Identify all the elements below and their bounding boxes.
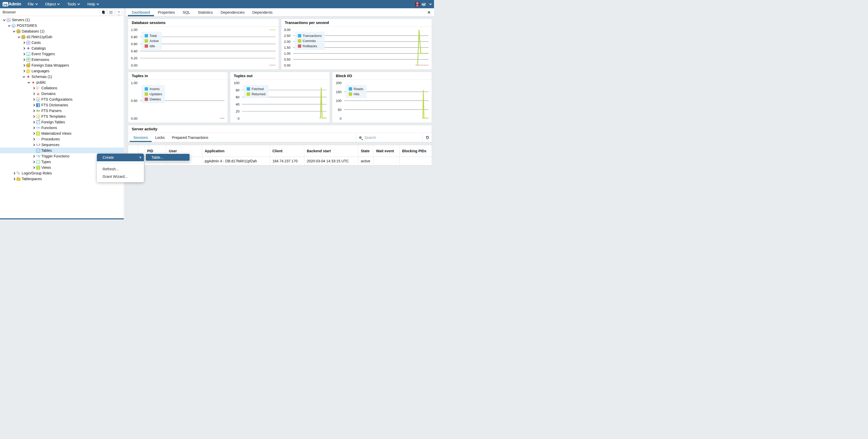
- expand-chevron-icon[interactable]: [32, 132, 36, 135]
- tree-item-collations[interactable]: Collations: [0, 85, 124, 91]
- tree-item-label: public: [36, 80, 46, 85]
- legend-label: Active: [150, 39, 159, 43]
- tree-item-event-triggers[interactable]: Event Triggers: [0, 51, 124, 57]
- expand-chevron-icon[interactable]: [22, 69, 26, 73]
- close-panel-icon[interactable]: ×: [426, 10, 432, 15]
- server-activity-tab-prepared-transactions[interactable]: Prepared Transactions: [168, 133, 212, 142]
- tree-item-databases-1[interactable]: Databases (1): [0, 28, 124, 34]
- context-menu-item-grant-wizard[interactable]: Grant Wizard...: [97, 173, 144, 180]
- expand-chevron-icon[interactable]: [32, 166, 36, 170]
- expand-chevron-icon[interactable]: [32, 120, 36, 124]
- chevron-down-icon: [35, 2, 38, 5]
- tree-item-domains[interactable]: Domains: [0, 91, 124, 97]
- server-activity-tab-sessions[interactable]: Sessions: [130, 133, 152, 142]
- refresh-icon: [426, 136, 429, 139]
- tree-item-procedures[interactable]: Procedures: [0, 136, 124, 142]
- expand-chevron-icon[interactable]: [32, 114, 36, 119]
- tree-item-catalogs[interactable]: Catalogs: [0, 45, 124, 51]
- expand-chevron-icon[interactable]: [12, 171, 16, 175]
- collapse-chevron-icon[interactable]: [27, 80, 31, 85]
- refresh-button[interactable]: [423, 133, 432, 142]
- context-menu-item-create[interactable]: Create: [97, 154, 144, 161]
- tree-item-fts-templates[interactable]: FTS Templates: [0, 113, 124, 119]
- tree-item-extensions[interactable]: Extensions: [0, 57, 124, 63]
- tree-item-label: Login/Group Roles: [22, 171, 52, 175]
- tab-properties[interactable]: Properties: [154, 8, 179, 16]
- column-header-application[interactable]: Application: [202, 145, 270, 157]
- expand-chevron-icon[interactable]: [32, 126, 36, 130]
- tree-item-schemas-1[interactable]: Schemas (1): [0, 74, 124, 79]
- main-panel: DashboardPropertiesSQLStatisticsDependen…: [126, 8, 434, 220]
- tree-item-materialized-views[interactable]: Materialized Views: [0, 131, 124, 136]
- tab-sql[interactable]: SQL: [179, 8, 194, 16]
- tree-item-fts-parsers[interactable]: FTS Parsers: [0, 108, 124, 113]
- search-input[interactable]: [365, 135, 419, 140]
- server-activity-tab-locks[interactable]: Locks: [152, 133, 168, 142]
- legend-item-updates: Updates: [145, 92, 162, 96]
- expand-chevron-icon[interactable]: [22, 64, 26, 67]
- tree-item-d17fekh11pf2ah[interactable]: d17fekh11pf2ah: [0, 34, 124, 40]
- y-tick-label: 150: [336, 90, 342, 94]
- view-data-button[interactable]: ▦: [107, 9, 115, 15]
- collapse-chevron-icon[interactable]: [7, 24, 11, 28]
- expand-chevron-icon[interactable]: [12, 177, 16, 181]
- tab-statistics[interactable]: Statistics: [194, 8, 217, 16]
- expand-chevron-icon[interactable]: [22, 58, 26, 62]
- legend-swatch: [247, 92, 250, 96]
- tree-item-label: Sequences: [41, 143, 59, 147]
- tree-item-languages[interactable]: Languages: [0, 68, 124, 74]
- tree-item-sequences[interactable]: Sequences: [0, 142, 124, 147]
- horizontal-scrollbar-thumb[interactable]: [0, 218, 124, 220]
- expand-chevron-icon[interactable]: [32, 98, 36, 101]
- filtered-rows-button[interactable]: [115, 9, 122, 15]
- search-box[interactable]: [356, 133, 423, 142]
- tree-item-public[interactable]: public: [0, 79, 124, 85]
- column-header-wait-event[interactable]: Wait event: [373, 145, 399, 157]
- tab-dependents[interactable]: Dependents: [249, 8, 276, 16]
- expand-chevron-icon[interactable]: [32, 86, 36, 90]
- tree-item-functions[interactable]: Functions: [0, 125, 124, 131]
- tree-item-casts[interactable]: Casts: [0, 40, 124, 45]
- tab-dashboard[interactable]: Dashboard: [128, 8, 154, 16]
- chart-legend: TotalActiveIdle: [142, 32, 162, 50]
- collapse-chevron-icon[interactable]: [17, 35, 21, 39]
- user-menu[interactable]: ajr: [415, 2, 431, 7]
- tree-item-tables[interactable]: Tables: [0, 147, 124, 153]
- tree-item-foreign-data-wrappers[interactable]: Foreign Data Wrappers: [0, 63, 124, 68]
- panel-title: Transactions per second: [281, 19, 432, 27]
- menubar-item-help[interactable]: Help: [87, 2, 99, 6]
- expand-chevron-icon[interactable]: [32, 143, 36, 147]
- collapse-chevron-icon[interactable]: [12, 29, 16, 33]
- expand-chevron-icon[interactable]: [32, 92, 36, 96]
- expand-chevron-icon[interactable]: [32, 160, 36, 164]
- expand-chevron-icon[interactable]: [22, 41, 26, 45]
- tree-item-fts-dictionaries[interactable]: FTS Dictionaries: [0, 102, 124, 108]
- tree-item-foreign-tables[interactable]: Foreign Tables: [0, 119, 124, 125]
- collapse-chevron-icon[interactable]: [2, 18, 6, 22]
- collapse-chevron-icon[interactable]: [22, 75, 26, 79]
- column-header-client[interactable]: Client: [270, 145, 304, 157]
- tree-item-fts-configurations[interactable]: FTS Configurations: [0, 97, 124, 102]
- column-header-backend-start[interactable]: Backend start: [304, 145, 358, 157]
- expand-chevron-icon[interactable]: [32, 109, 36, 113]
- query-tool-button[interactable]: [100, 9, 107, 15]
- expand-chevron-icon[interactable]: [32, 103, 36, 107]
- panel-resize-handle[interactable]: [124, 8, 126, 220]
- tab-dependencies[interactable]: Dependencies: [217, 8, 249, 16]
- expand-chevron-icon[interactable]: [32, 137, 36, 141]
- column-header-state[interactable]: State: [358, 145, 373, 157]
- expand-chevron-icon[interactable]: [32, 154, 36, 158]
- tree-item-postgres[interactable]: POSTGRES: [0, 23, 124, 28]
- column-header-blocking-pids[interactable]: Blocking PIDs: [399, 145, 432, 157]
- chart-legend: TransactionsCommitsRollbacks: [295, 32, 325, 50]
- menubar-item-tools[interactable]: Tools: [67, 2, 80, 6]
- expand-chevron-icon[interactable]: [22, 46, 26, 50]
- tree-item-servers-1[interactable]: Servers (1): [0, 17, 124, 23]
- menubar-item-file[interactable]: File: [28, 2, 37, 6]
- expand-chevron-icon[interactable]: [22, 52, 26, 56]
- context-menu-item-refresh[interactable]: Refresh...: [97, 165, 144, 173]
- y-tick-label: 1.50: [284, 46, 290, 49]
- menubar-item-object[interactable]: Object: [45, 2, 60, 6]
- transactions-per-second-chart: 3.002.502.001.501.000.500.00Transactions…: [281, 27, 432, 69]
- submenu-item-table[interactable]: Table...: [146, 154, 190, 161]
